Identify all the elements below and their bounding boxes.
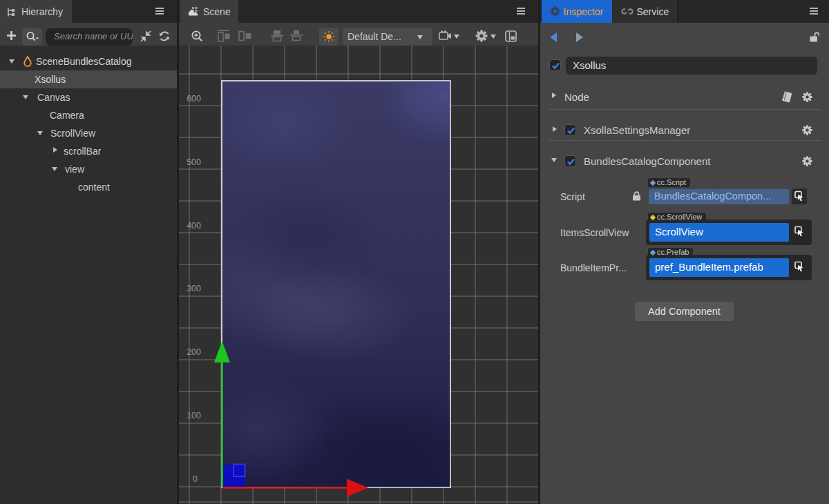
svg-text:100: 100 bbox=[187, 411, 201, 420]
svg-text:200: 200 bbox=[187, 347, 201, 357]
svg-text:400: 400 bbox=[187, 221, 201, 231]
svg-text:300: 300 bbox=[187, 284, 201, 293]
svg-text:600: 600 bbox=[187, 94, 201, 104]
svg-text:0: 0 bbox=[193, 474, 198, 484]
svg-text:500: 500 bbox=[187, 157, 201, 167]
